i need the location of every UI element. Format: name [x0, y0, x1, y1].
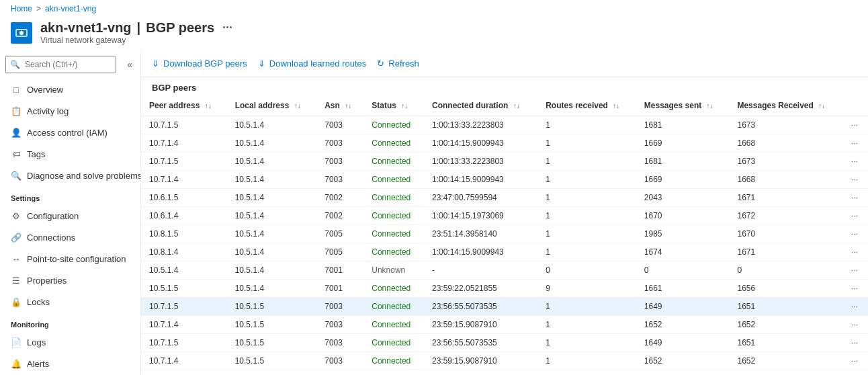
cell-status: Connected [363, 207, 424, 225]
alerts-label: Alerts [27, 359, 49, 369]
table-row: 10.7.1.4 10.5.1.5 7003 Connected 23:59:1… [141, 316, 868, 334]
download-bgp-label: Download BGP peers [163, 58, 247, 69]
cell-duration: 23:59:22.0521855 [424, 280, 537, 298]
cell-status: Connected [363, 316, 424, 334]
table-row: 10.8.1.4 10.5.1.4 7005 Connected 1:00:14… [141, 243, 868, 261]
table-container: BGP peers Peer address ↑↓ Local address … [141, 77, 868, 375]
cell-more-actions[interactable]: ··· [843, 316, 868, 334]
cell-duration: 1:00:14:15.9009943 [424, 134, 537, 153]
col-asn[interactable]: Asn ↑↓ [316, 95, 363, 116]
cell-more-actions[interactable]: ··· [843, 334, 868, 352]
col-peer-address[interactable]: Peer address ↑↓ [141, 95, 227, 116]
cell-more-actions[interactable]: ··· [843, 280, 868, 298]
breadcrumb-resource[interactable]: akn-vnet1-vng [45, 4, 96, 13]
cell-local-address: 10.5.1.5 [227, 352, 317, 370]
cell-messages-sent: 1661 [636, 280, 730, 298]
cell-messages-received: 1668 [729, 134, 842, 153]
cell-more-actions[interactable]: ··· [843, 243, 868, 261]
sidebar-item-diagnose[interactable]: 🔍 Diagnose and solve problems [0, 165, 140, 186]
sidebar-item-logs[interactable]: 📄 Logs [0, 331, 140, 353]
cell-status: Connected [363, 243, 424, 261]
sidebar-item-locks[interactable]: 🔒 Locks [0, 291, 140, 312]
search-input[interactable] [5, 56, 116, 73]
cell-more-actions[interactable]: ··· [843, 225, 868, 243]
cell-messages-received: 1673 [729, 116, 842, 134]
locks-icon: 🔒 [11, 296, 21, 307]
download-routes-icon: ⇓ [258, 58, 265, 69]
cell-duration: 23:51:14.3958140 [424, 225, 537, 243]
table-row: 10.7.1.4 10.5.1.4 7003 Connected 1:00:14… [141, 171, 868, 189]
collapse-button[interactable]: « [122, 56, 138, 73]
connections-label: Connections [27, 233, 75, 243]
cell-peer-address: 10.6.1.5 [141, 189, 227, 207]
cell-asn: 7001 [316, 280, 363, 298]
cell-more-actions[interactable]: ··· [843, 370, 868, 376]
cell-peer-address: 10.6.1.5 [141, 370, 227, 376]
cell-more-actions[interactable]: ··· [843, 134, 868, 153]
sidebar-item-overview[interactable]: □ Overview [0, 79, 140, 100]
sidebar-item-access-control[interactable]: 👤 Access control (IAM) [0, 122, 140, 143]
cell-peer-address: 10.5.1.4 [141, 261, 227, 280]
col-status[interactable]: Status ↑↓ [363, 95, 424, 116]
cell-more-actions[interactable]: ··· [843, 261, 868, 280]
sidebar-item-connections[interactable]: 🔗 Connections [0, 226, 140, 248]
more-options-button[interactable]: ··· [220, 21, 235, 35]
sidebar-item-configuration[interactable]: ⚙ Configuration [0, 205, 140, 226]
tags-icon: 🏷 [11, 149, 21, 159]
refresh-button[interactable]: ↻ Refresh [377, 56, 419, 71]
cell-peer-address: 10.7.1.4 [141, 134, 227, 153]
col-messages-sent[interactable]: Messages sent ↑↓ [636, 95, 730, 116]
cell-messages-received: 1651 [729, 334, 842, 352]
col-connected-duration[interactable]: Connected duration ↑↓ [424, 95, 537, 116]
table-row: 10.7.1.5 10.5.1.5 7003 Connected 23:56:5… [141, 298, 868, 316]
cell-peer-address: 10.8.1.4 [141, 243, 227, 261]
cell-messages-sent: 1652 [636, 352, 730, 370]
activity-log-icon: 📋 [11, 106, 21, 116]
table-row: 10.7.1.5 10.5.1.5 7003 Connected 23:56:5… [141, 334, 868, 352]
sidebar-item-alerts[interactable]: 🔔 Alerts [0, 353, 140, 374]
cell-status: Connected [363, 280, 424, 298]
sidebar-item-tags[interactable]: 🏷 Tags [0, 143, 140, 165]
diagnose-label: Diagnose and solve problems [27, 171, 141, 181]
cell-duration: 23:47:00.7599594 [424, 189, 537, 207]
cell-peer-address: 10.7.1.5 [141, 153, 227, 171]
sidebar-item-point-to-site[interactable]: ↔ Point-to-site configuration [0, 248, 140, 269]
cell-local-address: 10.5.1.4 [227, 280, 317, 298]
cell-more-actions[interactable]: ··· [843, 207, 868, 225]
table-row: 10.5.1.5 10.5.1.4 7001 Connected 23:59:2… [141, 280, 868, 298]
cell-more-actions[interactable]: ··· [843, 153, 868, 171]
col-routes-received[interactable]: Routes received ↑↓ [537, 95, 636, 116]
cell-asn: 7002 [316, 189, 363, 207]
search-icon: 🔍 [10, 60, 20, 69]
col-local-address[interactable]: Local address ↑↓ [227, 95, 317, 116]
col-actions [843, 95, 868, 116]
overview-icon: □ [11, 84, 21, 95]
resource-icon [11, 22, 32, 44]
table-header-row: Peer address ↑↓ Local address ↑↓ Asn ↑↓ … [141, 95, 868, 116]
cell-more-actions[interactable]: ··· [843, 171, 868, 189]
sidebar-item-properties[interactable]: ☰ Properties [0, 269, 140, 291]
locks-label: Locks [27, 297, 50, 307]
cell-more-actions[interactable]: ··· [843, 189, 868, 207]
cell-status: Connected [363, 171, 424, 189]
cell-more-actions[interactable]: ··· [843, 116, 868, 134]
cell-peer-address: 10.8.1.5 [141, 225, 227, 243]
cell-asn: 7003 [316, 116, 363, 134]
cell-local-address: 10.5.1.4 [227, 261, 317, 280]
download-bgp-button[interactable]: ⇓ Download BGP peers [152, 56, 247, 71]
col-messages-received[interactable]: Messages Received ↑↓ [729, 95, 842, 116]
cell-routes: 1 [537, 134, 636, 153]
cell-routes: 1 [537, 298, 636, 316]
cell-more-actions[interactable]: ··· [843, 352, 868, 370]
cell-local-address: 10.5.1.5 [227, 316, 317, 334]
cell-messages-sent: 1669 [636, 171, 730, 189]
cell-peer-address: 10.7.1.5 [141, 116, 227, 134]
download-routes-button[interactable]: ⇓ Download learned routes [258, 56, 367, 71]
logs-icon: 📄 [11, 337, 21, 347]
cell-local-address: 10.5.1.5 [227, 334, 317, 352]
cell-more-actions[interactable]: ··· [843, 298, 868, 316]
breadcrumb-home[interactable]: Home [11, 4, 32, 13]
sidebar-item-activity-log[interactable]: 📋 Activity log [0, 100, 140, 122]
page-name: BGP peers [146, 20, 214, 36]
cell-status: Connected [363, 134, 424, 153]
